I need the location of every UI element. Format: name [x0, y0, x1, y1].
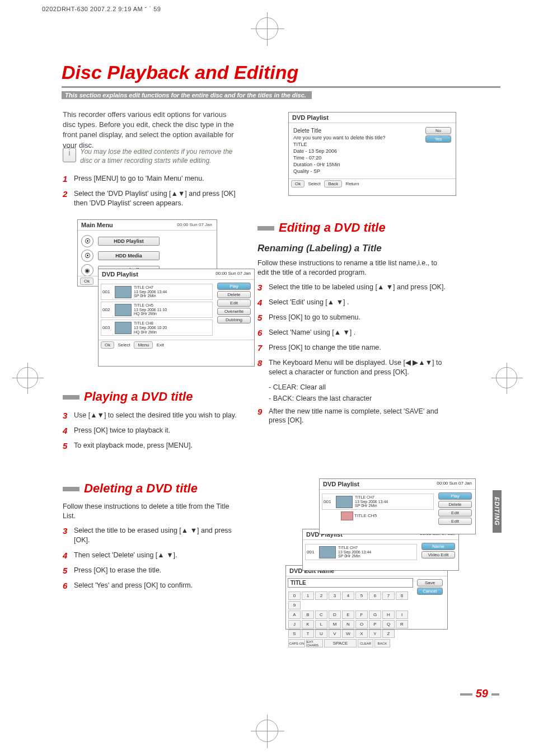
step-number: 3 [63, 526, 74, 545]
keyboard-key[interactable]: 9 [288, 601, 301, 609]
thumbnail-icon [319, 546, 336, 558]
keyboard-key[interactable]: N [342, 620, 354, 628]
yes-button[interactable]: Yes [425, 135, 451, 143]
keyboard-key-ext-chars[interactable]: EXT. CHARS [306, 639, 323, 647]
edit-pl-clock: 00:00 Sun 07 Jan [437, 481, 472, 487]
keyboard-key[interactable]: O [355, 620, 368, 628]
keyboard-key[interactable]: L [315, 620, 327, 628]
row-meta: TITLE CH713 Sep 2006 13:44SP 0Hr 2Min [134, 285, 167, 298]
delete-footer: Ok Select Back Return [289, 179, 456, 189]
keyboard-key[interactable]: 2 [315, 591, 327, 600]
keyboard-key[interactable]: 5 [355, 591, 368, 600]
step-number: 4 [63, 426, 74, 435]
step-number: 4 [257, 298, 269, 307]
keyboard-key[interactable]: G [369, 611, 381, 619]
main-menu-item[interactable]: ⦿HDD Media [81, 250, 213, 262]
main-menu-item[interactable]: ⦿HDD Playlist [81, 235, 213, 247]
delete-info: Duration - 0Hr 15Min [293, 162, 419, 167]
main-menu-label: HDD Media [98, 251, 160, 260]
play-button[interactable]: Play [438, 492, 472, 500]
keyboard-key[interactable]: A [288, 611, 301, 619]
keyboard-key[interactable]: 3 [329, 591, 341, 600]
step-number: 9 [257, 407, 269, 426]
keyboard-key[interactable]: U [315, 630, 327, 638]
back-pill[interactable]: Back [324, 180, 342, 187]
keyboard-key[interactable]: B [302, 611, 314, 619]
keyboard-key[interactable]: V [329, 630, 341, 638]
step-text: Press [OK] to change the title name. [269, 343, 381, 353]
keyboard-key[interactable]: Y [369, 630, 381, 638]
footer-label: Return [345, 181, 359, 186]
keyboard-key[interactable]: F [355, 611, 368, 619]
playlist-row[interactable]: 001 TITLE CH713 Sep 2006 13:44SP 0Hr 2Mi… [101, 284, 213, 300]
step-text: Press [OK] to erase the title. [74, 566, 161, 575]
keyboard-key[interactable]: C [315, 611, 327, 619]
step-number: 1 [63, 174, 74, 184]
playlist-footer: Ok Select Menu Exit [99, 340, 254, 350]
keyboard-key[interactable]: P [369, 620, 381, 628]
keyboard-key-clear[interactable]: CLEAR [358, 639, 373, 647]
ok-pill[interactable]: Ok [101, 341, 114, 349]
keyboard-key[interactable]: E [342, 611, 354, 619]
keyboard-key-back[interactable]: BACK [374, 639, 390, 647]
keyboard-key[interactable]: 6 [369, 591, 381, 600]
keyboard-key-caps-on[interactable]: CAPS ON [288, 639, 305, 647]
playlist-row[interactable]: 003 TITLE CH813 Sep 2006 10:20HQ 0Hr 2Mi… [101, 320, 213, 336]
keyboard-key[interactable]: M [329, 620, 341, 628]
delete-button[interactable]: Delete [217, 291, 251, 298]
edit-button[interactable]: Edit [438, 518, 472, 525]
keyboard-key[interactable]: J [288, 620, 301, 628]
playlist-row[interactable]: 002 TITLE CH513 Sep 2006 11:10HQ 0Hr 2Mi… [101, 302, 213, 318]
keyboard-key[interactable]: W [342, 630, 354, 638]
subtitle-bar: This section explains edit functions for… [62, 91, 500, 100]
keyboard-key[interactable]: 8 [396, 591, 408, 600]
ok-pill[interactable]: Ok [291, 180, 305, 187]
tip-text: You may lose the edited contents if you … [80, 148, 235, 165]
edit-button[interactable]: Edit [217, 299, 251, 307]
step-2: 2 Select the 'DVD Playlist' using [▲▼] a… [63, 189, 242, 208]
no-button[interactable]: No [425, 127, 451, 134]
video-edit-button[interactable]: Video Edit [421, 551, 455, 558]
keyboard-key[interactable]: D [329, 611, 341, 619]
keyboard-key[interactable]: X [355, 630, 368, 638]
keyboard-key-space[interactable]: SPACE [324, 639, 357, 647]
keyboard-key[interactable]: 7 [382, 591, 395, 600]
info-icon: i [63, 148, 76, 162]
registration-mark-icon [496, 367, 517, 388]
keyboard-key[interactable]: 4 [342, 591, 354, 600]
save-button[interactable]: Save [417, 579, 443, 586]
name-field[interactable]: TITLE [288, 578, 413, 588]
keyboard-key[interactable]: 1 [302, 591, 314, 600]
hdd-media-icon: ⦿ [81, 250, 93, 262]
play-button[interactable]: Play [217, 283, 251, 290]
edit-playlist-panel: DVD Playlist 00:00 Sun 07 Jan 001 TITLE … [319, 478, 476, 534]
keyboard-key[interactable]: H [382, 611, 395, 619]
keyboard-key[interactable]: K [302, 620, 314, 628]
step-text: The Keyboard Menu will be displayed. Use… [269, 358, 448, 377]
delete-info: Time - 07:20 [293, 155, 419, 161]
keyboard-key[interactable]: Z [382, 630, 395, 638]
keyboard-key[interactable]: Q [382, 620, 395, 628]
name-button[interactable]: Name [421, 543, 455, 550]
playlist-row[interactable]: 001 TITLE CH713 Sep 2006 13:44SP 0Hr 2Mi… [322, 494, 434, 510]
row-meta: TITLE CH813 Sep 2006 10:20HQ 0Hr 2Min [134, 321, 167, 334]
edit-button[interactable]: Edit [438, 509, 472, 516]
step-text: Press [OK] to go to submenu. [269, 313, 360, 322]
menu-pill[interactable]: Menu [134, 341, 153, 349]
step-number: 6 [63, 581, 74, 590]
dubbing-button[interactable]: Dubbing [217, 316, 251, 323]
keyboard-key[interactable]: S [288, 630, 301, 638]
overwrite-button[interactable]: Overwrite [217, 308, 251, 315]
ok-pill[interactable]: Ok [80, 278, 93, 285]
keyboard-key[interactable]: T [302, 630, 314, 638]
delete-button[interactable]: Delete [438, 501, 472, 508]
keyboard-key[interactable]: I [396, 611, 408, 619]
step-number: 5 [63, 566, 74, 575]
print-header: 0202DRHT-630 2007.2.2 9:19 AM ˘ ` 59 [42, 6, 161, 12]
row-meta: TITLE CH713 Sep 2006 13:44SP 0Hr 2Min [338, 546, 371, 558]
keyboard-key[interactable]: 0 [288, 591, 301, 600]
delete-info: Date - 13 Sep 2006 [293, 148, 419, 154]
keyboard-key[interactable]: R [396, 620, 408, 628]
cancel-button[interactable]: Cancel [417, 588, 443, 595]
playlist-row[interactable]: 001 TITLE CH713 Sep 2006 13:44SP 0Hr 2Mi… [305, 544, 417, 560]
